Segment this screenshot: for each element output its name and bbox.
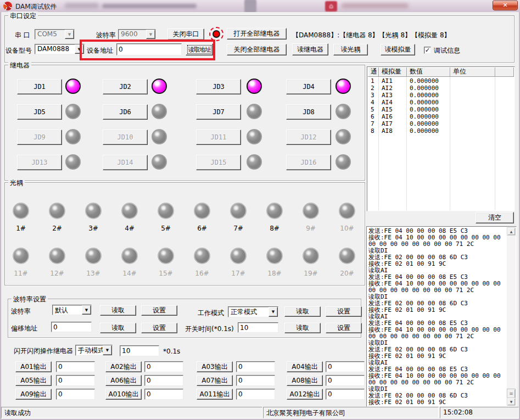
table-row[interactable]: 6AI60.000000 — [368, 113, 495, 120]
window-border-left — [0, 12, 1, 420]
switch-time-set-button[interactable]: 设置 — [326, 323, 362, 333]
flash-mode-select[interactable]: 手动模式 ▼ — [75, 345, 113, 356]
relay-button-jd1[interactable]: JD1 — [17, 79, 62, 94]
work-mode-read-button[interactable]: 读取 — [284, 306, 321, 317]
output-value-input-10[interactable] — [144, 389, 183, 400]
output-value-input-7[interactable] — [236, 375, 275, 386]
output-button-a01[interactable]: A01输出 — [15, 361, 52, 372]
chevron-down-icon[interactable]: ▼ — [82, 305, 91, 315]
table-row[interactable]: 1AI10.000000 — [368, 77, 495, 85]
opto-label-1: 1# — [9, 225, 33, 232]
close-all-relays-button[interactable]: 关闭全部继电器 — [227, 44, 287, 55]
output-value-input-4[interactable] — [326, 361, 365, 372]
read-relay-button[interactable]: 读继电器 — [292, 43, 328, 55]
output-button-a012[interactable]: A012输出 — [287, 389, 323, 400]
switch-time-read-button[interactable]: 读取 — [284, 323, 321, 333]
output-value-input-5[interactable] — [56, 375, 95, 386]
opto-led-19 — [303, 248, 319, 264]
table-cell — [450, 99, 495, 106]
close-button[interactable]: ✕ — [493, 1, 518, 10]
scroll-up-icon[interactable]: ▲ — [507, 227, 516, 236]
relay-button-jd2[interactable]: JD2 — [103, 79, 148, 94]
output-value-input-9[interactable] — [56, 389, 95, 400]
relay-led-15-off — [247, 154, 262, 170]
device-address-input[interactable] — [116, 43, 182, 55]
relay-button-jd6[interactable]: JD6 — [103, 104, 148, 120]
flash-mode-value: 手动模式 — [78, 346, 104, 355]
device-model-select[interactable]: DAM0888 ▼ — [35, 44, 85, 54]
flash-time-input[interactable] — [120, 345, 159, 356]
output-value-input-11[interactable] — [236, 389, 275, 400]
baud-setting-select[interactable]: 默认 ▼ — [52, 305, 92, 315]
read-analog-button[interactable]: 读模拟量 — [381, 44, 415, 55]
titlebar[interactable]: ⌂ DAM调试软件 ✕ — [0, 0, 520, 12]
relay-button-jd4[interactable]: JD4 — [286, 79, 331, 94]
table-cell: 0.000000 — [407, 99, 450, 106]
output-value-input-1[interactable] — [56, 361, 95, 372]
chevron-down-icon[interactable]: ▼ — [75, 44, 84, 54]
clear-log-button[interactable]: 清空 — [476, 212, 514, 223]
table-cell — [450, 120, 495, 127]
output-button-a07[interactable]: A07输出 — [197, 375, 233, 386]
table-header-1[interactable]: 通 — [368, 68, 379, 77]
titlebar-blur-text-2 — [342, 3, 409, 8]
offset-set-button[interactable]: 设置 — [141, 323, 177, 333]
opto-led-16 — [194, 248, 210, 264]
relay-button-jd8[interactable]: JD8 — [286, 104, 331, 120]
switch-time-label: 开关时间(*0.1s) — [185, 324, 234, 334]
output-value-input-12[interactable] — [326, 389, 365, 400]
output-button-a08[interactable]: A08输出 — [287, 375, 323, 386]
output-button-a011[interactable]: A011输出 — [197, 389, 233, 400]
table-row[interactable]: 7AI70.000000 — [368, 120, 495, 127]
comm-log[interactable]: 发送:FE 04 00 00 00 08 E5 C3 接收:FE 04 10 0… — [366, 226, 517, 407]
chevron-down-icon[interactable]: ▼ — [103, 345, 112, 355]
opto-led-2 — [49, 203, 65, 219]
table-row[interactable]: 4AI40.000000 — [368, 99, 495, 106]
work-mode-set-button[interactable]: 设置 — [326, 306, 362, 317]
output-button-a010[interactable]: A010输出 — [105, 389, 142, 400]
baud-read-button[interactable]: 读取 — [100, 305, 136, 316]
switch-time-input[interactable] — [238, 322, 278, 333]
opto-label-3: 3# — [81, 225, 105, 232]
output-value-input-6[interactable] — [144, 375, 183, 386]
table-header-3[interactable]: 数值 — [407, 68, 450, 77]
table-header-4[interactable]: 单位 — [450, 68, 495, 77]
table-cell: 2 — [368, 85, 379, 92]
opto-led-10 — [339, 203, 355, 219]
log-scrollbar[interactable]: ▲ ≡ ▼ — [507, 227, 516, 406]
relay-button-jd7[interactable]: JD7 — [196, 104, 241, 120]
output-button-a06[interactable]: A06输出 — [105, 375, 142, 386]
offset-read-button[interactable]: 读取 — [100, 323, 136, 333]
work-mode-select[interactable]: 正常模式 ▼ — [228, 306, 278, 317]
scroll-down-icon[interactable]: ▼ — [507, 397, 516, 406]
chevron-down-icon[interactable]: ▼ — [269, 307, 278, 317]
opto-label-8: 8# — [262, 225, 287, 232]
close-serial-button[interactable]: 关闭串口 — [167, 29, 204, 40]
open-all-relays-button[interactable]: 打开全部继电器 — [227, 28, 287, 40]
table-cell: AI6 — [379, 113, 407, 120]
offset-address-input[interactable] — [51, 322, 92, 332]
output-value-input-2[interactable] — [144, 361, 183, 372]
table-row[interactable]: 3AI30.000000 — [368, 92, 495, 99]
relay-button-jd3[interactable]: JD3 — [196, 79, 241, 94]
output-button-a03[interactable]: A03输出 — [197, 361, 233, 372]
output-button-a04[interactable]: A04输出 — [287, 361, 323, 372]
table-header-2[interactable]: 模拟量 — [379, 68, 407, 77]
debug-info-checkbox[interactable]: ✓ — [424, 47, 431, 54]
app-icon — [3, 2, 12, 10]
read-opto-button[interactable]: 读光耦 — [333, 44, 368, 55]
read-address-button[interactable]: 读取地址 — [186, 43, 213, 55]
output-value-input-8[interactable] — [326, 375, 365, 386]
table-row[interactable]: 2AI20.000000 — [368, 85, 495, 92]
baud-set-button[interactable]: 设置 — [141, 305, 177, 316]
relay-led-12-off — [336, 129, 351, 144]
table-row[interactable]: 8AI80.000000 — [368, 127, 495, 135]
relay-button-jd5[interactable]: JD5 — [17, 104, 62, 120]
relay-button-jd13: JD13 — [17, 155, 62, 170]
output-button-a02[interactable]: A02输出 — [105, 361, 142, 372]
table-row[interactable]: 5AI50.000000 — [368, 106, 495, 113]
output-button-a09[interactable]: A09输出 — [15, 389, 52, 400]
opto-led-4 — [121, 203, 138, 219]
output-button-a05[interactable]: A05输出 — [15, 375, 52, 386]
output-value-input-3[interactable] — [236, 361, 275, 372]
